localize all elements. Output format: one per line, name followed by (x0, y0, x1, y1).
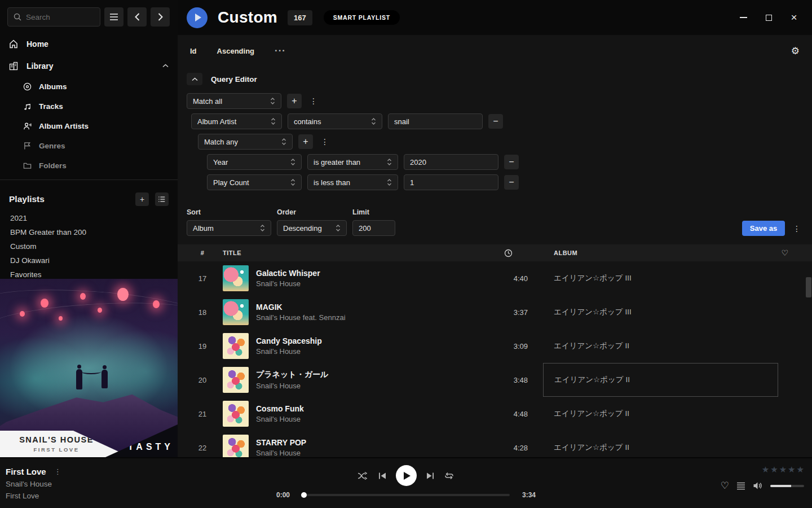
track-row[interactable]: 17 Galactic Whisper Snail's House 4:40 エ… (178, 261, 812, 295)
scrollbar-thumb[interactable] (806, 277, 811, 297)
next-button[interactable] (426, 472, 435, 480)
nav-forward-button[interactable] (151, 7, 170, 27)
playlist-item[interactable]: Custom (0, 239, 178, 253)
seek-handle[interactable] (301, 492, 307, 498)
star-icon[interactable]: ★ (779, 465, 787, 475)
column-header-album[interactable]: ALBUM (537, 249, 762, 256)
column-header-favorite[interactable]: ♡ (771, 248, 798, 257)
match-type-select[interactable]: Match all (187, 93, 281, 109)
previous-button[interactable] (378, 472, 387, 480)
search-input[interactable] (26, 13, 94, 21)
sidebar-item-genres[interactable]: Genres (0, 136, 178, 156)
sidebar-item-library[interactable]: Library (0, 55, 178, 77)
star-icon[interactable]: ★ (797, 465, 804, 475)
track-artist[interactable]: Snail's House (256, 382, 328, 390)
playlist-item[interactable]: DJ Okawari (0, 253, 178, 268)
track-artist[interactable]: Snail's House (256, 347, 322, 356)
more-options-button[interactable]: ··· (275, 45, 286, 56)
playlist-list-button[interactable] (155, 192, 169, 206)
playlist-item[interactable]: BPM Greater than 200 (0, 225, 178, 239)
track-album-cell[interactable]: エイリアン☆ポップ III (537, 261, 762, 295)
column-header-number[interactable]: # (191, 249, 214, 256)
column-header-title[interactable]: TITLE (223, 249, 479, 256)
track-album-cell[interactable]: エイリアン☆ポップ II (537, 431, 762, 457)
track-title[interactable]: Cosmo Funk (256, 404, 304, 413)
chevron-up-icon[interactable] (162, 64, 169, 68)
seek-slider[interactable] (302, 494, 510, 496)
rule-operator-select[interactable]: contains (288, 113, 382, 129)
rule-value-input[interactable] (404, 174, 498, 190)
track-title[interactable]: MAGIK (256, 303, 346, 312)
sidebar-item-album-artists[interactable]: Album Artists (0, 116, 178, 136)
track-row[interactable]: 22 STARRY POP Snail's House 4:28 エイリアン☆ポ… (178, 431, 812, 457)
add-rule-button[interactable]: + (287, 94, 302, 108)
star-icon[interactable]: ★ (788, 465, 795, 475)
maximize-button[interactable] (764, 13, 773, 22)
shuffle-button[interactable] (358, 471, 369, 480)
save-as-button[interactable]: Save as (742, 221, 785, 236)
rule-group-menu-button[interactable]: ⋮ (319, 137, 331, 146)
star-icon[interactable]: ★ (762, 465, 769, 475)
track-title[interactable]: Candy Spaceship (256, 336, 322, 345)
track-title[interactable]: プラネット・ガール (256, 370, 328, 380)
track-album-cell[interactable]: エイリアン☆ポップ II (543, 363, 778, 397)
add-playlist-button[interactable]: + (135, 192, 149, 206)
track-artist[interactable]: Snail's House feat. Sennzai (256, 313, 346, 322)
add-rule-button[interactable]: + (298, 134, 313, 149)
limit-input[interactable] (352, 220, 395, 236)
track-artist[interactable]: Snail's House (256, 279, 320, 288)
play-pause-button[interactable] (396, 465, 417, 486)
rule-field-select[interactable]: Album Artist (191, 113, 282, 129)
repeat-button[interactable] (444, 471, 454, 480)
now-playing-album-art[interactable]: SNAIL'S HOUSE FIRST LOVE TASTY (0, 279, 178, 457)
search-box[interactable] (7, 7, 100, 27)
track-artist[interactable]: Snail's House (256, 449, 306, 457)
sidebar-item-home[interactable]: Home (0, 33, 178, 55)
rule-operator-select[interactable]: is greater than (307, 154, 398, 170)
playlist-item[interactable]: 2021 (0, 211, 178, 225)
save-menu-button[interactable]: ⋮ (791, 221, 803, 236)
group-match-type-select[interactable]: Match any (198, 134, 293, 150)
remove-rule-button[interactable]: − (504, 155, 519, 169)
star-icon[interactable]: ★ (770, 465, 778, 475)
rule-operator-select[interactable]: is less than (307, 174, 398, 190)
nav-back-button[interactable] (127, 7, 147, 27)
rule-value-input[interactable] (404, 154, 498, 170)
track-album-cell[interactable]: エイリアン☆ポップ II (537, 329, 762, 363)
column-header-duration[interactable] (488, 249, 528, 257)
query-order-select[interactable]: Descending (277, 220, 347, 236)
query-sort-select[interactable]: Album (187, 220, 271, 236)
rule-value-input[interactable] (388, 113, 483, 129)
gear-icon[interactable]: ⚙ (791, 45, 800, 57)
rating-stars[interactable]: ★ ★ ★ ★ ★ (762, 465, 804, 475)
collapse-query-editor-button[interactable] (187, 73, 202, 85)
close-button[interactable]: × (789, 13, 798, 22)
track-album-cell[interactable]: エイリアン☆ポップ III (537, 295, 762, 329)
rule-field-select[interactable]: Play Count (207, 174, 302, 190)
volume-button[interactable] (753, 481, 763, 490)
track-album-cell[interactable]: エイリアン☆ポップ II (537, 397, 762, 431)
sort-field-button[interactable]: Id (190, 47, 197, 55)
track-title[interactable]: Galactic Whisper (256, 269, 320, 278)
sidebar-item-folders[interactable]: Folders (0, 156, 178, 176)
track-row[interactable]: 18 MAGIK Snail's House feat. Sennzai 3:3… (178, 295, 812, 329)
sidebar-item-albums[interactable]: Albums (0, 77, 178, 97)
rule-group-menu-button[interactable]: ⋮ (307, 97, 320, 106)
track-title[interactable]: STARRY POP (256, 438, 306, 447)
queue-button[interactable] (736, 482, 745, 490)
now-playing-album[interactable]: First Love (6, 492, 61, 500)
menu-button[interactable] (104, 7, 123, 27)
remove-rule-button[interactable]: − (488, 114, 503, 129)
now-playing-menu-button[interactable]: ⋮ (54, 467, 61, 476)
rule-field-select[interactable]: Year (207, 154, 302, 170)
remove-rule-button[interactable]: − (504, 175, 519, 190)
track-row[interactable]: 19 Candy Spaceship Snail's House 3:09 エイ… (178, 329, 812, 363)
track-artist[interactable]: Snail's House (256, 415, 304, 423)
track-row[interactable]: 21 Cosmo Funk Snail's House 4:48 エイリアン☆ポ… (178, 397, 812, 431)
sidebar-item-tracks[interactable]: Tracks (0, 97, 178, 116)
favorite-button[interactable]: ♡ (721, 480, 729, 492)
track-row[interactable]: 20 プラネット・ガール Snail's House 3:48 エイリアン☆ポッ… (178, 363, 812, 397)
minimize-button[interactable] (739, 13, 748, 22)
sort-order-button[interactable]: Ascending (217, 47, 254, 55)
play-playlist-button[interactable] (187, 7, 208, 28)
